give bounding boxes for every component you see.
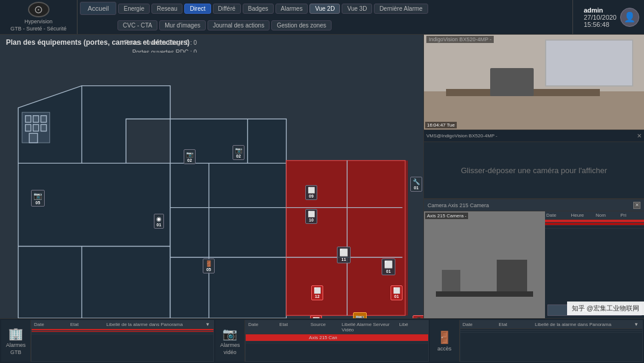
floor-plan-svg — [0, 53, 423, 318]
device-camera-01-orange[interactable]: 📷 01 — [353, 312, 367, 318]
nav-vue3d[interactable]: Vue 3D — [342, 4, 372, 14]
nav-reseau[interactable]: Reseau — [151, 4, 182, 14]
user-row: admin 27/10/2020 15:56:48 👤 — [584, 7, 639, 28]
cam-feed-label: Axis 215 Camera - — [425, 213, 468, 219]
user-avatar: 👤 — [620, 8, 639, 27]
nav-differe[interactable]: Différé — [213, 4, 241, 14]
access-alarm-panel-container: 🚪 accès Date Etat Libellé de la alarme d… — [430, 320, 643, 362]
door-icon: 🚪 — [437, 330, 452, 344]
device-tool-01[interactable]: 🔧 01 — [410, 177, 422, 192]
room-chair — [490, 68, 534, 97]
app-logo: ⊙ — [28, 2, 49, 17]
nav-energie[interactable]: Energie — [118, 4, 149, 14]
gtb-alarm-panel-container: 🏢 Alarmes GTB Date Etat Libellé de la al… — [1, 320, 214, 362]
camera-feed-image: IndigoVision BX520-4MP - 16:04:47 Tue — [424, 35, 644, 130]
cam-alarm-rows — [545, 220, 644, 302]
nav-journal[interactable]: Journal des actions — [208, 20, 270, 30]
right-panel: IndigoVision BX520-4MP - 16:04:47 Tue VM… — [423, 35, 644, 318]
nav-mur-images[interactable]: Mur d'images — [159, 20, 206, 30]
cam-alarm-row-3 — [545, 226, 644, 229]
gtb-alarm-label: 🏢 Alarmes GTB — [1, 320, 31, 362]
room-window — [545, 39, 633, 87]
watermark: 知乎 @宏集工业物联网 — [567, 302, 644, 315]
video-alarm-header: Date Etat Source Libellé Alarme Serveur … — [246, 321, 428, 334]
nav-row-2: CVC - CTA Mur d'images Journal des actio… — [78, 17, 572, 35]
device-sensor-01[interactable]: ◉ 01 — [154, 214, 164, 229]
svg-rect-22 — [33, 125, 39, 131]
vms-label: VMS@IndigoVision BX520-4MP - — [426, 133, 497, 139]
access-alarm-row-2 — [460, 331, 642, 333]
camera-bottom-feed: Axis 215 Camera - — [424, 211, 545, 318]
user-area: admin 27/10/2020 15:56:48 👤 — [572, 0, 644, 34]
camera-icon: 📷 — [222, 327, 237, 341]
drop-area[interactable]: Glisser-déposer une caméra pour l'affich… — [424, 142, 644, 199]
device-camera-02a[interactable]: 📷 02 — [184, 149, 196, 164]
camera-bottom-titlebar: Camera Axis 215 Camera ✕ — [424, 199, 644, 211]
nav-badges[interactable]: Badges — [243, 4, 274, 14]
nav-gestion-zones[interactable]: Gestion des zones — [271, 20, 332, 30]
map-area: Plan des équipements (portes, cameras et… — [0, 35, 423, 318]
device-camera-05[interactable]: 📷 05 — [31, 190, 45, 207]
svg-rect-13 — [286, 161, 405, 316]
bottom-panel: 🏢 Alarmes GTB Date Etat Libellé de la al… — [0, 318, 644, 363]
top-navigation: ⊙ Hypervision GTB - Sureté - Sécurité Ac… — [0, 0, 644, 35]
device-door-01[interactable]: ⬜ 01 — [382, 259, 395, 275]
nav-tabs: Accueil Energie Reseau Direct Différé Ba… — [78, 0, 572, 34]
nav-vue2d[interactable]: Vue 2D — [309, 4, 340, 14]
svg-rect-24 — [29, 133, 38, 143]
camera-top-label: IndigoVision BX520-4MP - — [426, 36, 494, 43]
nav-cvc-cta[interactable]: CVC - CTA — [117, 20, 157, 30]
room-floor — [424, 91, 644, 130]
svg-rect-18 — [26, 116, 31, 122]
gtb-alarm-panel: Date Etat Libellé de la alarme dans Pano… — [31, 320, 214, 362]
building-icon: 🏢 — [8, 327, 23, 341]
main-content: Plan des équipements (portes, cameras et… — [0, 35, 644, 318]
device-door-08-alarm[interactable]: ⬜ 08 — [310, 315, 322, 318]
gtb-alarm-rows — [32, 329, 213, 361]
gtb-alarm-header: Date Etat Libellé de la alarme dans Pano… — [32, 321, 213, 329]
cam-shelf — [436, 291, 532, 297]
room-simulation — [424, 35, 644, 130]
access-alarm-label: 🚪 accès — [430, 320, 460, 362]
vms-close-btn[interactable]: ✕ — [637, 133, 642, 139]
gtb-alarm-row-3 — [32, 333, 213, 334]
svg-rect-19 — [33, 116, 39, 122]
svg-rect-21 — [26, 125, 31, 131]
video-alarm-row-1: Axis 215 Camera — [246, 334, 428, 342]
video-alarm-rows: Axis 215 Camera — [246, 334, 428, 361]
nav-direct[interactable]: Direct — [184, 4, 210, 14]
device-door-01-alarm[interactable]: ⬜ 01 — [391, 285, 402, 300]
app-title: Hypervision GTB - Sureté - Sécurité — [10, 19, 66, 32]
device-door-09[interactable]: ⬜ 09 — [305, 185, 317, 200]
camera-bottom-title: Camera Axis 215 Camera — [428, 202, 489, 208]
user-info: admin 27/10/2020 15:56:48 — [584, 7, 617, 28]
device-camera-02b[interactable]: 📷 02 — [233, 145, 244, 160]
nav-accueil[interactable]: Accueil — [80, 2, 116, 15]
camera-bottom-close[interactable]: ✕ — [633, 202, 640, 209]
cam-col-date: Date — [546, 213, 569, 218]
floor-plan: 📷 05 ◉ 01 📷 02 📷 — [0, 53, 423, 318]
device-door-12-alarm[interactable]: ⬜ 12 — [311, 285, 323, 300]
video-alarm-label: 📷 Alarmes vidéo — [215, 320, 245, 362]
cam-col-nom: Nom — [596, 213, 618, 218]
nav-alarmes[interactable]: Alarmes — [275, 4, 308, 14]
device-door-10[interactable]: ⬜ 10 — [305, 209, 317, 224]
svg-rect-20 — [41, 116, 47, 122]
vms-label-bar: VMS@IndigoVision BX520-4MP - ✕ — [424, 130, 644, 142]
logo-area: ⊙ Hypervision GTB - Sureté - Sécurité — [0, 0, 78, 34]
video-alarm-panel: Date Etat Source Libellé Alarme Serveur … — [245, 320, 428, 362]
cam-feed-bg: Axis 215 Camera - — [424, 211, 545, 318]
access-alarm-rows — [460, 329, 642, 361]
access-alarm-header: Date Etat Libellé de la alarme dans Pano… — [460, 321, 642, 329]
nav-derniere-alarme[interactable]: Dernière Alarme — [374, 4, 428, 14]
camera-timestamp: 16:04:47 Tue — [425, 122, 457, 128]
cam-alarm-header: Date Heure Nom Pri — [545, 211, 644, 220]
device-door-11[interactable]: ⬜ 11 — [337, 247, 351, 263]
access-alarm-panel: Date Etat Libellé de la alarme dans Pano… — [460, 320, 643, 362]
device-06-alarm-left[interactable]: 📱 06 — [413, 315, 423, 318]
video-alarm-panel-container: 📷 Alarmes vidéo Date Etat Source Libellé… — [215, 320, 428, 362]
cam-col-pri: Pri — [620, 213, 643, 218]
nav-row-1: Accueil Energie Reseau Direct Différé Ba… — [78, 0, 572, 17]
cam-col-heure: Heure — [571, 213, 593, 218]
device-door-05[interactable]: 🚪 05 — [203, 259, 215, 273]
